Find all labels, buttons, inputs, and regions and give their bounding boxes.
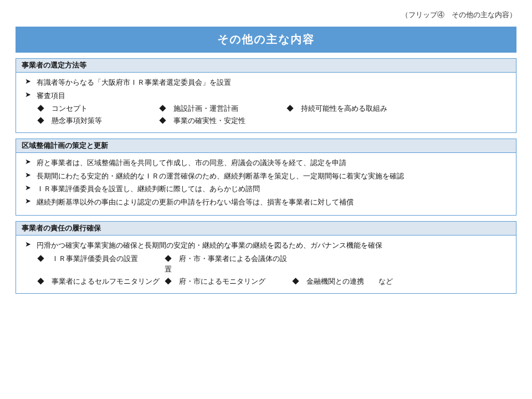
section2-bullet3: ➤ ＩＲ事業評価委員会を設置し、継続判断に際しては、あらかじめ諮問 (25, 183, 507, 195)
section1-header: 事業者の選定方法等 (16, 59, 92, 72)
section1-sub-row2: ◆ 懸念事項対策等 ◆ 事業の確実性・安定性 (37, 115, 507, 127)
section3-sub-row1: ◆ ＩＲ事業評価委員会の設置 ◆ 府・市・事業者による会議体の設置 (37, 253, 507, 276)
arrow-icon: ➤ (25, 183, 31, 192)
sub-item: ◆ 事業者によるセルフモニタリング (37, 276, 165, 287)
section1-bullet1: ➤ 有識者等からなる「大阪府市ＩＲ事業者選定委員会」を設置 (25, 77, 507, 88)
section2-bullet1: ➤ 府と事業者は、区域整備計画を共同して作成し、市の同意、府議会の議決等を経て、… (25, 157, 507, 168)
sub-item: ◆ 府・市によるモニタリング (165, 276, 292, 287)
arrow-icon: ➤ (25, 240, 31, 248)
arrow-icon: ➤ (25, 171, 31, 179)
section-responsibility: 事業者の責任の履行確保 ➤ 円滑かつ確実な事業実施の確保と長期間の安定的・継続的… (16, 221, 516, 294)
flip-note: （フリップ④ その他の主な内容） (16, 10, 516, 20)
sub-item: ◆ 懸念事項対策等 (37, 115, 159, 126)
sub-item: ◆ コンセプト (37, 103, 159, 114)
section-plan: 区域整備計画の策定と更新 ➤ 府と事業者は、区域整備計画を共同して作成し、市の同… (16, 139, 516, 216)
section3-sub-row2: ◆ 事業者によるセルフモニタリング ◆ 府・市によるモニタリング ◆ 金融機関と… (37, 276, 507, 288)
section1-sub-row1: ◆ コンセプト ◆ 施設計画・運営計画 ◆ 持続可能性を高める取組み (37, 103, 507, 115)
arrow-icon: ➤ (25, 90, 31, 99)
section3-bullet1: ➤ 円滑かつ確実な事業実施の確保と長期間の安定的・継続的な事業の継続を図るため、… (25, 240, 507, 251)
arrow-icon: ➤ (25, 157, 31, 166)
section2-bullet4: ➤ 継続判断基準以外の事由により認定の更新の申請を行わない場合等は、損害を事業者… (25, 197, 507, 208)
sub-item: ◆ 持続可能性を高める取組み (287, 103, 397, 114)
arrow-icon: ➤ (25, 77, 31, 85)
section1-bullet2: ➤ 審査項目 (25, 90, 507, 101)
sub-item: ◆ 府・市・事業者による会議体の設置 (165, 253, 292, 275)
main-title: その他の主な内容 (16, 27, 516, 53)
sub-item: ◆ 施設計画・運営計画 (159, 103, 287, 114)
sub-item: ◆ ＩＲ事業評価委員会の設置 (37, 253, 165, 275)
sub-item: ◆ 金融機関との連携 など (292, 276, 414, 287)
section3-header: 事業者の責任の履行確保 (16, 222, 106, 235)
sub-item: ◆ 事業の確実性・安定性 (159, 115, 287, 126)
section2-bullet2: ➤ 長期間にわたる安定的・継続的なＩＲの運営確保のため、継続判断基準を策定し、一… (25, 171, 507, 182)
arrow-icon: ➤ (25, 197, 31, 205)
section-selection: 事業者の選定方法等 ➤ 有識者等からなる「大阪府市ＩＲ事業者選定委員会」を設置 … (16, 58, 516, 133)
section2-header: 区域整備計画の策定と更新 (16, 139, 114, 152)
